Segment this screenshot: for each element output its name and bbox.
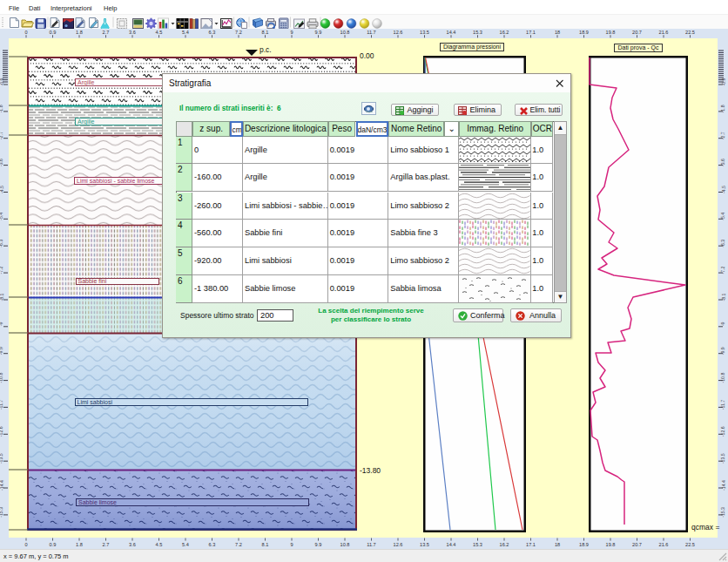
svg-text:19.8: 19.8 [606,542,616,547]
svg-text:-7.2: -7.2 [721,267,726,274]
svg-text:10.8: 10.8 [340,542,350,547]
svg-text:-11.7: -11.7 [0,400,4,410]
svg-text:-15.3: -15.3 [0,507,4,518]
svg-text:18.9: 18.9 [579,30,589,35]
svg-text:-12.6: -12.6 [721,426,726,437]
svg-text:15.3: 15.3 [473,542,482,547]
svg-text:10.8: 10.8 [340,30,350,35]
svg-text:-10.8: -10.8 [721,373,726,383]
svg-text:6.3: 6.3 [209,30,216,35]
svg-text:3.6: 3.6 [129,542,136,547]
svg-text:-13.5: -13.5 [0,453,4,464]
svg-text:12.6: 12.6 [394,30,403,35]
svg-text:17.1: 17.1 [526,30,536,35]
svg-text:-4.5: -4.5 [0,186,4,193]
svg-text:22.5: 22.5 [685,542,695,547]
svg-text:-7.2: -7.2 [0,267,4,274]
svg-text:14.4: 14.4 [447,542,456,547]
svg-text:-9: -9 [0,322,4,326]
svg-text:-13.5: -13.5 [721,453,726,464]
svg-text:21.6: 21.6 [659,542,669,547]
svg-text:-0.9: -0.9 [0,78,4,85]
svg-text:-12.6: -12.6 [0,426,4,437]
svg-text:11.7: 11.7 [367,542,375,547]
svg-text:-9.9: -9.9 [0,347,4,355]
svg-text:-2.7: -2.7 [0,132,4,139]
svg-text:-14.4: -14.4 [721,480,726,491]
svg-text:5.4: 5.4 [182,542,189,547]
svg-text:9: 9 [290,30,293,35]
svg-text:7.2: 7.2 [235,542,242,547]
svg-text:-1.8: -1.8 [0,105,4,112]
svg-text:-10.8: -10.8 [0,373,4,383]
svg-text:-8.1: -8.1 [0,293,4,301]
svg-text:2.7: 2.7 [103,542,110,547]
svg-text:13.5: 13.5 [420,30,429,35]
svg-text:-6.3: -6.3 [721,240,726,247]
svg-text:9.9: 9.9 [315,542,322,547]
svg-text:1.8: 1.8 [76,542,83,547]
svg-text:17.1: 17.1 [526,542,536,547]
svg-text:-5.4: -5.4 [721,213,726,220]
svg-text:0.9: 0.9 [50,542,57,547]
svg-text:7.2: 7.2 [235,30,242,35]
svg-text:0.9: 0.9 [50,30,57,35]
svg-text:-14.4: -14.4 [0,480,4,491]
svg-text:18.9: 18.9 [579,542,589,547]
svg-text:0: 0 [24,542,27,547]
svg-text:16.2: 16.2 [500,542,509,547]
svg-text:8.1: 8.1 [262,542,269,547]
svg-text:22.5: 22.5 [685,30,695,35]
svg-text:-3.6: -3.6 [0,159,4,166]
svg-text:-8.1: -8.1 [721,293,726,301]
svg-text:3.6: 3.6 [129,30,136,35]
svg-text:2.7: 2.7 [103,30,110,35]
svg-text:-15.3: -15.3 [721,507,726,518]
svg-text:-6.3: -6.3 [0,240,4,247]
svg-text:16.2: 16.2 [500,30,509,35]
svg-text:20.7: 20.7 [632,542,642,547]
svg-text:20.7: 20.7 [632,30,642,35]
svg-text:-4.5: -4.5 [721,186,726,193]
svg-text:11.7: 11.7 [367,30,375,35]
svg-text:-11.7: -11.7 [721,400,726,410]
svg-text:-1.8: -1.8 [721,105,726,112]
svg-text:9.9: 9.9 [315,30,322,35]
svg-text:6.3: 6.3 [209,542,216,547]
svg-text:8.1: 8.1 [262,30,269,35]
svg-text:18: 18 [555,30,560,35]
svg-text:14.4: 14.4 [447,30,456,35]
svg-text:15.3: 15.3 [473,30,482,35]
svg-text:4.5: 4.5 [156,30,163,35]
svg-text:13.5: 13.5 [420,542,429,547]
svg-text:-0.9: -0.9 [721,78,726,85]
svg-text:-2.7: -2.7 [721,132,726,139]
svg-text:-5.4: -5.4 [0,213,4,220]
svg-text:0: 0 [24,30,27,35]
svg-text:5.4: 5.4 [182,30,189,35]
svg-text:-3.6: -3.6 [721,159,726,166]
svg-text:12.6: 12.6 [394,542,403,547]
svg-text:9: 9 [290,542,293,547]
svg-text:4.5: 4.5 [156,542,163,547]
svg-text:-9.9: -9.9 [721,347,726,355]
svg-text:18: 18 [555,542,560,547]
svg-text:21.6: 21.6 [659,30,669,35]
svg-text:-9: -9 [721,322,726,326]
svg-text:19.8: 19.8 [606,30,616,35]
svg-text:1.8: 1.8 [76,30,83,35]
